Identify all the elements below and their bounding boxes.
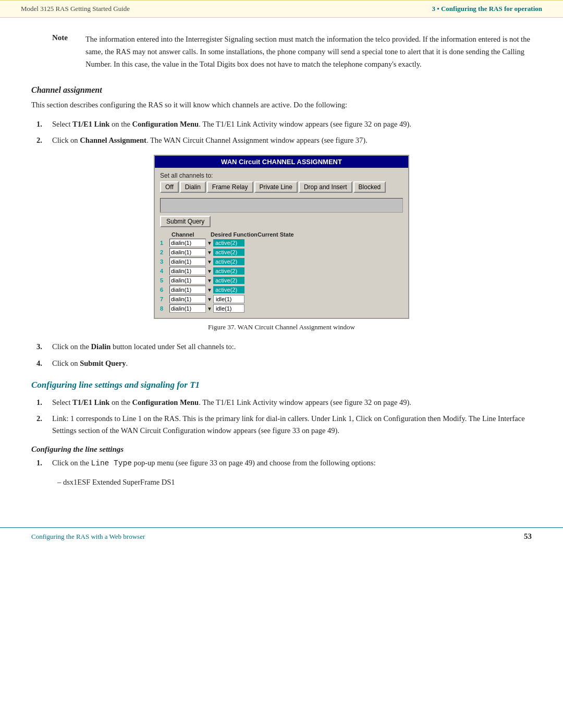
wan-set-channels-label: Set all channels to: [160,172,403,179]
step-1-text: Select T1/E1 Link on the Configuration M… [52,118,411,130]
footer-left: Configuring the RAS with a Web browser [31,533,145,541]
figure-caption: Figure 37. WAN Circuit Channel Assignmen… [31,323,532,331]
btn-off[interactable]: Off [160,181,179,193]
wan-table-header: Channel Desired Function Current State [160,231,403,238]
configuring-step-2-text: Link: 1 corresponds to Line 1 on the RAS… [52,413,532,437]
btn-frame-relay[interactable]: Frame Relay [207,181,253,193]
header-right: 3 • Configuring the RAS for operation [432,5,542,13]
state-1: active(2) [213,239,244,246]
step-3-num: 3. [36,341,47,353]
arrow-8: ▼ [206,306,213,312]
header-left: Model 3125 RAS Getting Started Guide [21,5,130,13]
page-content: Note The information entered into the In… [0,18,563,512]
wan-window: WAN Circuit CHANNEL ASSIGNMENT Set all c… [154,155,409,319]
btn-dialin[interactable]: Dialin [180,181,206,193]
arrow-7: ▼ [206,297,213,302]
configuring-step-1-num: 1. [36,397,47,409]
note-label: Note [52,33,77,71]
state-6: active(2) [213,286,244,293]
configuring-heading: Configuring line settings and signaling … [31,380,532,390]
step-3: 3. Click on the Dialin button located un… [36,341,532,353]
btn-private-line[interactable]: Private Line [254,181,298,193]
desired-input-6[interactable] [169,286,206,294]
state-2: active(2) [213,249,244,256]
desired-input-3[interactable] [169,257,206,266]
channel-assignment-heading: Channel assignment [31,85,532,95]
wan-buttons-row: Off Dialin Frame Relay Private Line Drop… [160,181,403,193]
state-5: active(2) [213,277,244,284]
state-4: active(2) [213,267,244,275]
channel-step-1: 1. Select T1/E1 Link on the Configuratio… [36,118,532,130]
configuring-step-2-num: 2. [36,413,47,437]
steps-after: 3. Click on the Dialin button located un… [36,341,532,369]
arrow-3: ▼ [206,259,213,265]
header-bar: Model 3125 RAS Getting Started Guide 3 •… [0,0,563,18]
desired-input-1[interactable] [169,239,206,247]
desired-input-5[interactable] [169,276,206,285]
channel-assignment-steps: 1. Select T1/E1 Link on the Configuratio… [36,118,532,146]
configuring-steps: 1. Select T1/E1 Link on the Configuratio… [36,397,532,437]
configuring-step-1-text: Select T1/E1 Link on the Configuration M… [52,397,411,409]
btn-blocked[interactable]: Blocked [353,181,386,193]
arrow-6: ▼ [206,287,213,293]
step-2-text: Click on Channel Assignment. The WAN Cir… [52,134,368,146]
footer-right: 53 [524,532,532,541]
step-2-num: 2. [36,134,47,146]
configuring-step-2: 2. Link: 1 corresponds to Line 1 on the … [36,413,532,437]
table-row: 2 ▼ active(2) [160,248,403,256]
step-3-text: Click on the Dialin button located under… [52,341,236,353]
desired-input-2[interactable] [169,248,206,256]
note-text: The information entered into the Interre… [85,33,532,71]
table-row: 7 ▼ idle(1) [160,295,403,303]
wan-texture-area [160,198,403,213]
btn-drop-insert[interactable]: Drop and Insert [299,181,352,193]
state-7: idle(1) [213,295,244,303]
configuring-step-1: 1. Select T1/E1 Link on the Configuratio… [36,397,532,409]
line-settings-step-1-text: Click on the Line Type pop-up menu (see … [52,457,376,470]
arrow-1: ▼ [206,240,213,246]
wan-title-bar: WAN Circuit CHANNEL ASSIGNMENT [155,156,408,168]
step-4-num: 4. [36,357,47,369]
table-row: 1 ▼ active(2) [160,239,403,247]
line-settings-step-1: 1. Click on the Line Type pop-up menu (s… [36,457,532,470]
desired-input-4[interactable] [169,267,206,275]
step-4: 4. Click on Submit Query. [36,357,532,369]
channel-step-2: 2. Click on Channel Assignment. The WAN … [36,134,532,146]
state-8: idle(1) [213,304,244,313]
line-settings-heading: Configuring the line settings [31,445,532,454]
arrow-4: ▼ [206,268,213,274]
desired-input-8[interactable] [169,304,206,313]
option-dsx: – dsx1ESF Extended SuperFrame DS1 [57,478,532,487]
arrow-2: ▼ [206,250,213,255]
table-row: 5 ▼ active(2) [160,276,403,285]
wan-body: Set all channels to: Off Dialin Frame Re… [155,168,408,318]
channel-assignment-section: Channel assignment This section describe… [31,85,532,369]
note-section: Note The information entered into the In… [52,33,532,71]
channel-assignment-desc: This section describes configuring the R… [31,99,532,111]
table-row: 3 ▼ active(2) [160,257,403,266]
configuring-section: Configuring line settings and signaling … [31,380,532,487]
step-1-num: 1. [36,118,47,130]
line-settings-steps: 1. Click on the Line Type pop-up menu (s… [36,457,532,470]
footer-bar: Configuring the RAS with a Web browser 5… [0,527,563,545]
desired-input-7[interactable] [169,295,206,303]
state-3: active(2) [213,258,244,265]
table-row: 4 ▼ active(2) [160,267,403,275]
table-row: 6 ▼ active(2) [160,286,403,294]
submit-query-btn[interactable]: Submit Query [160,216,211,227]
arrow-5: ▼ [206,278,213,283]
table-row: 8 ▼ idle(1) [160,304,403,313]
step-4-text: Click on Submit Query. [52,357,128,369]
line-settings-step-1-num: 1. [36,457,47,470]
